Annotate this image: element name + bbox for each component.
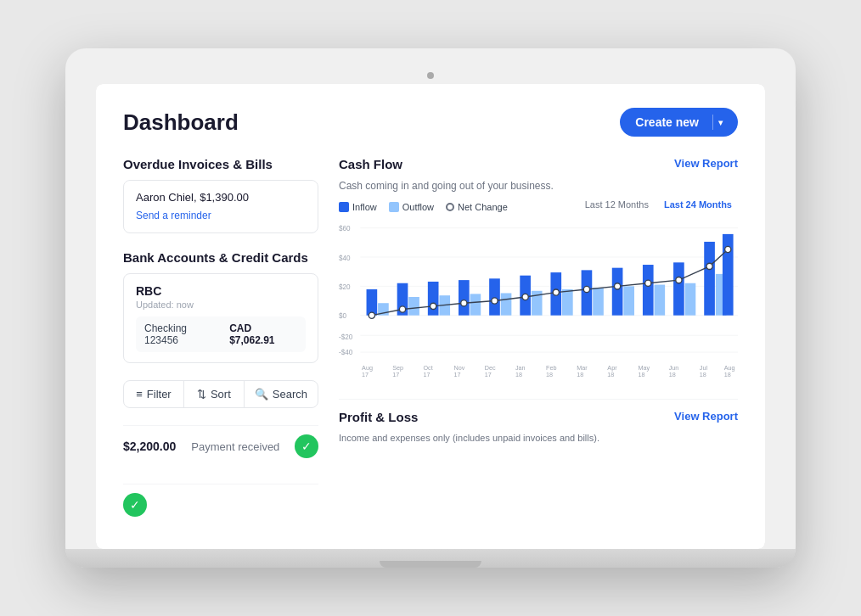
svg-text:-$20: -$20	[339, 333, 353, 341]
invoice-customer: Aaron Chiel, $1,390.00	[136, 191, 306, 204]
send-reminder-link[interactable]: Send a reminder	[136, 210, 211, 221]
create-new-button[interactable]: Create new ▾	[620, 108, 738, 137]
svg-text:-$40: -$40	[339, 349, 353, 356]
svg-point-40	[430, 303, 436, 309]
svg-point-48	[676, 277, 682, 283]
profit-loss-subtitle: Income and expenses only (includes unpai…	[339, 433, 599, 443]
cashflow-subtitle: Cash coming in and going out of your bus…	[339, 180, 554, 192]
overdue-section: Overdue Invoices & Bills Aaron Chiel, $1…	[123, 157, 318, 233]
profit-loss-title: Profit & Loss	[339, 410, 599, 424]
svg-rect-21	[501, 293, 512, 315]
svg-text:18: 18	[724, 371, 731, 378]
svg-rect-29	[623, 286, 634, 315]
svg-point-45	[583, 286, 589, 292]
account-label: Checking 123456	[144, 322, 221, 346]
svg-point-44	[553, 289, 559, 295]
svg-text:17: 17	[485, 371, 492, 378]
svg-rect-33	[685, 283, 696, 316]
svg-rect-19	[470, 294, 481, 315]
svg-text:17: 17	[392, 371, 399, 378]
svg-rect-32	[673, 262, 684, 315]
cashflow-view-report-link[interactable]: View Report	[674, 157, 738, 170]
svg-rect-15	[408, 297, 419, 316]
bank-updated: Updated: now	[136, 300, 306, 310]
invoice-card: Aaron Chiel, $1,390.00 Send a reminder	[123, 180, 318, 233]
profit-loss-view-report-link[interactable]: View Report	[674, 410, 738, 423]
svg-text:18: 18	[607, 371, 614, 378]
check-icon-2: ✓	[123, 493, 147, 517]
period-24-button[interactable]: Last 24 Months	[658, 198, 738, 211]
svg-rect-25	[562, 289, 573, 316]
bank-section: Bank Accounts & Credit Cards RBC Updated…	[123, 250, 318, 363]
inflow-label: Inflow	[352, 202, 377, 212]
account-balance: CAD $7,062.91	[229, 322, 297, 346]
svg-text:17: 17	[362, 371, 369, 378]
svg-rect-28	[612, 268, 623, 316]
outflow-label: Outflow	[402, 202, 434, 212]
net-change-dot	[446, 203, 454, 211]
filter-label: Filter	[147, 388, 172, 400]
svg-text:18: 18	[546, 371, 553, 378]
filter-icon: ≡	[136, 388, 143, 400]
svg-text:18: 18	[577, 371, 583, 378]
transaction-row: $2,200.00 Payment received ✓	[123, 425, 318, 467]
search-label: Search	[273, 388, 307, 400]
bank-card: RBC Updated: now Checking 123456 CAD $7,…	[123, 273, 318, 363]
svg-text:$60: $60	[339, 225, 351, 232]
svg-rect-16	[428, 282, 439, 316]
svg-text:18: 18	[515, 371, 522, 378]
svg-rect-18	[459, 280, 470, 316]
svg-point-47	[645, 280, 651, 286]
outflow-dot	[389, 202, 399, 212]
sort-icon: ⇅	[197, 388, 206, 400]
laptop-base	[65, 549, 796, 568]
search-icon: 🔍	[255, 388, 268, 400]
period-buttons: Last 12 Months Last 24 Months	[579, 198, 738, 211]
sort-label: Sort	[211, 388, 231, 400]
svg-point-39	[399, 306, 405, 312]
sort-button[interactable]: ⇅ Sort	[184, 381, 245, 407]
svg-text:$0: $0	[339, 312, 347, 320]
bank-section-title: Bank Accounts & Credit Cards	[123, 250, 318, 265]
cashflow-title: Cash Flow	[339, 157, 554, 171]
search-button[interactable]: 🔍 Search	[245, 381, 318, 407]
inflow-dot	[339, 202, 349, 212]
cashflow-section: Cash Flow Cash coming in and going out o…	[339, 157, 738, 382]
transaction-row-2: ✓	[123, 484, 318, 525]
overdue-section-title: Overdue Invoices & Bills	[123, 157, 318, 171]
svg-point-43	[522, 294, 528, 300]
svg-rect-20	[489, 278, 500, 315]
svg-rect-27	[593, 288, 604, 316]
chevron-down-icon: ▾	[718, 118, 723, 127]
svg-point-38	[369, 312, 374, 318]
legend-row: Inflow Outflow Net Change	[339, 202, 508, 212]
svg-text:17: 17	[423, 371, 430, 378]
svg-rect-31	[654, 285, 665, 316]
transaction-amount: $2,200.00	[123, 440, 176, 453]
transaction-description: Payment received	[191, 440, 286, 453]
toolbar: ≡ Filter ⇅ Sort 🔍 Search	[123, 380, 318, 408]
profit-loss-section: Profit & Loss Income and expenses only (…	[339, 399, 738, 443]
svg-rect-12	[367, 289, 378, 316]
svg-point-42	[492, 298, 498, 304]
net-change-label: Net Change	[458, 202, 508, 212]
button-divider	[712, 115, 713, 130]
bank-name: RBC	[136, 284, 306, 298]
account-row[interactable]: Checking 123456 CAD $7,062.91	[136, 316, 306, 352]
filter-button[interactable]: ≡ Filter	[124, 381, 184, 407]
svg-point-41	[461, 300, 467, 306]
cashflow-chart: $60 $40 $20 $0 -$20 -$40	[339, 212, 738, 382]
svg-text:18: 18	[700, 371, 706, 378]
svg-point-50	[725, 246, 731, 252]
create-new-label: Create new	[635, 115, 707, 129]
svg-rect-30	[643, 265, 654, 316]
period-12-button[interactable]: Last 12 Months	[579, 198, 655, 211]
page-title: Dashboard	[123, 109, 239, 136]
legend-inflow: Inflow	[339, 202, 377, 212]
chart-svg: $60 $40 $20 $0 -$20 -$40	[339, 212, 738, 382]
svg-point-49	[706, 263, 712, 269]
svg-rect-34	[704, 242, 715, 316]
legend-net-change: Net Change	[446, 202, 508, 212]
svg-text:$20: $20	[339, 283, 351, 291]
svg-text:18: 18	[669, 371, 676, 378]
